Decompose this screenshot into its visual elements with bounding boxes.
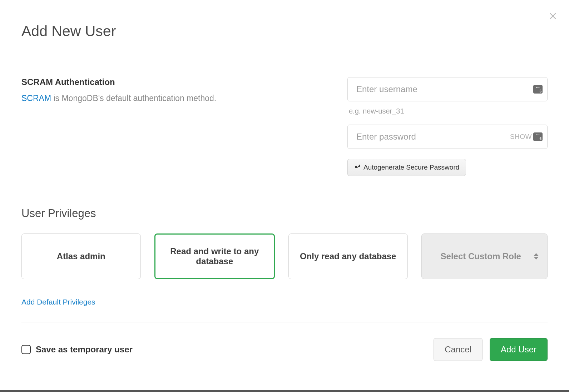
modal-footer: Save as temporary user Cancel Add User [21,322,548,361]
autogen-label: Autogenerate Secure Password [363,164,459,171]
temporary-user-checkbox[interactable] [21,345,31,354]
password-field-wrap: SHOW 6 [347,125,548,149]
privilege-options: Atlas admin Read and write to any databa… [21,233,548,279]
autogenerate-password-button[interactable]: Autogenerate Secure Password [347,159,466,176]
key-icon [354,164,361,171]
username-field-wrap: 6 [347,77,548,101]
auth-desc-text: is MongoDB's default authentication meth… [51,94,216,103]
privilege-read-only[interactable]: Only read any database [288,233,408,279]
privilege-read-write[interactable]: Read and write to any database [154,233,275,279]
password-manager-icon[interactable]: 6 [533,132,543,141]
temporary-user-label: Save as temporary user [36,345,133,355]
privilege-custom-role-select[interactable]: Select Custom Role [421,233,548,279]
close-icon[interactable] [548,11,558,21]
select-arrows-icon [534,253,539,260]
username-input[interactable] [347,77,548,101]
password-manager-icon[interactable]: 6 [533,85,543,94]
bottom-edge [0,390,569,392]
cancel-button[interactable]: Cancel [434,338,483,361]
username-hint: e.g. new-user_31 [349,107,548,115]
scram-link[interactable]: SCRAM [21,94,51,103]
privilege-atlas-admin[interactable]: Atlas admin [21,233,141,279]
add-default-privileges-link[interactable]: Add Default Privileges [21,298,95,306]
privileges-heading: User Privileges [21,207,548,220]
add-user-modal: Add New User SCRAM Authentication SCRAM … [0,0,569,375]
show-password-toggle[interactable]: SHOW [510,133,532,141]
auth-section: SCRAM Authentication SCRAM is MongoDB's … [21,57,548,187]
modal-title: Add New User [21,23,548,40]
privileges-section: User Privileges Atlas admin Read and wri… [21,187,548,322]
auth-description: SCRAM is MongoDB's default authenticatio… [21,94,333,103]
temporary-user-option[interactable]: Save as temporary user [21,345,133,355]
auth-heading: SCRAM Authentication [21,77,333,87]
add-user-button[interactable]: Add User [490,338,548,361]
